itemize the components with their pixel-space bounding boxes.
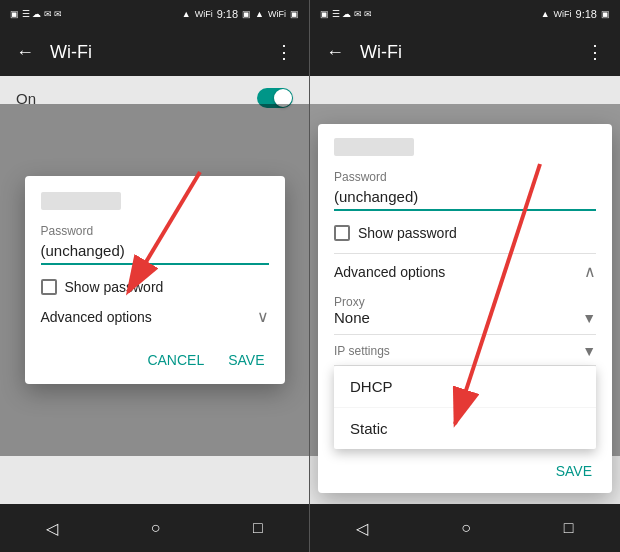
left-back-button[interactable]: ← bbox=[16, 42, 34, 63]
right-toolbar-title: Wi-Fi bbox=[360, 42, 570, 63]
right-show-password-label: Show password bbox=[358, 225, 457, 241]
left-chevron-icon: ∨ bbox=[257, 307, 269, 326]
right-back-button[interactable]: ← bbox=[326, 42, 344, 63]
right-recent-nav[interactable]: □ bbox=[564, 519, 574, 537]
wifi-icon: WiFi bbox=[195, 9, 213, 19]
right-home-nav[interactable]: ○ bbox=[461, 519, 471, 537]
right-phone-panel: ▣ ☰ ☁ ✉ ✉ ▲ WiFi 9:18 ▣ ← Wi-Fi ⋮ Passwo… bbox=[310, 0, 620, 552]
right-ip-dropdown: DHCP Static bbox=[334, 366, 596, 449]
right-more-button[interactable]: ⋮ bbox=[586, 41, 604, 63]
right-status-right: ▲ WiFi 9:18 ▣ bbox=[541, 8, 610, 20]
right-dialog-panel: Password Show password Advanced options … bbox=[310, 104, 620, 456]
left-home-nav[interactable]: ○ bbox=[151, 519, 161, 537]
right-nav-bar: ◁ ○ □ bbox=[310, 504, 620, 552]
left-advanced-label: Advanced options bbox=[41, 309, 152, 325]
right-proxy-value-row: None ▼ bbox=[334, 309, 596, 335]
right-password-label: Password bbox=[334, 170, 596, 184]
right-show-password-checkbox[interactable] bbox=[334, 225, 350, 241]
right-back-nav[interactable]: ◁ bbox=[356, 519, 368, 538]
right-show-password-row: Show password bbox=[334, 225, 596, 241]
right-ip-chevron: ▼ bbox=[582, 343, 596, 359]
left-save-button[interactable]: SAVE bbox=[224, 344, 268, 376]
right-proxy-chevron: ▼ bbox=[582, 310, 596, 326]
right-toolbar: ← Wi-Fi ⋮ bbox=[310, 28, 620, 76]
right-proxy-label: Proxy bbox=[334, 295, 596, 309]
right-advanced-label: Advanced options bbox=[334, 264, 445, 280]
signal-right: ▲ bbox=[255, 9, 264, 19]
left-time: 9:18 bbox=[217, 8, 238, 20]
right-chevron-up-icon: ∧ bbox=[584, 262, 596, 281]
right-divider1 bbox=[334, 253, 596, 254]
right-password-input[interactable] bbox=[334, 188, 596, 211]
left-cancel-button[interactable]: CANCEL bbox=[143, 344, 208, 376]
left-back-nav[interactable]: ◁ bbox=[46, 519, 58, 538]
battery-right: ▣ bbox=[290, 9, 299, 19]
left-dialog-overlay: Password Show password Advanced options … bbox=[0, 104, 309, 456]
left-advanced-row[interactable]: Advanced options ∨ bbox=[41, 307, 269, 326]
left-dialog-actions: CANCEL SAVE bbox=[41, 340, 269, 376]
left-password-input[interactable] bbox=[41, 242, 269, 265]
right-advanced-row[interactable]: Advanced options ∧ bbox=[334, 262, 596, 281]
right-proxy-value: None bbox=[334, 309, 370, 326]
right-static-option[interactable]: Static bbox=[334, 408, 596, 449]
left-show-password-row: Show password bbox=[41, 279, 269, 295]
right-dhcp-option[interactable]: DHCP bbox=[334, 366, 596, 408]
wifi-right: WiFi bbox=[268, 9, 286, 19]
right-network-name bbox=[334, 138, 414, 156]
left-toolbar: ← Wi-Fi ⋮ bbox=[0, 28, 309, 76]
left-dialog: Password Show password Advanced options … bbox=[25, 176, 285, 384]
right-status-bar: ▣ ☰ ☁ ✉ ✉ ▲ WiFi 9:18 ▣ bbox=[310, 0, 620, 28]
notification-icons: ▣ ☰ ☁ ✉ ✉ bbox=[10, 9, 62, 19]
left-more-button[interactable]: ⋮ bbox=[275, 41, 293, 63]
left-recent-nav[interactable]: □ bbox=[253, 519, 263, 537]
right-status-icons-left: ▣ ☰ ☁ ✉ ✉ bbox=[320, 9, 372, 19]
left-status-bar: ▣ ☰ ☁ ✉ ✉ ▲ WiFi 9:18 ▣ ▲ WiFi ▣ bbox=[0, 0, 309, 28]
right-ip-settings-row: IP settings ▼ bbox=[334, 343, 596, 366]
right-dialog-actions: SAVE bbox=[334, 449, 596, 493]
right-battery: ▣ bbox=[601, 9, 610, 19]
right-wifi-icon: WiFi bbox=[554, 9, 572, 19]
left-nav-bar: ◁ ○ □ bbox=[0, 504, 309, 552]
battery-left: ▣ bbox=[242, 9, 251, 19]
right-save-button[interactable]: SAVE bbox=[552, 455, 596, 487]
left-phone-panel: ▣ ☰ ☁ ✉ ✉ ▲ WiFi 9:18 ▣ ▲ WiFi ▣ ← Wi-Fi… bbox=[0, 0, 310, 552]
left-show-password-label: Show password bbox=[65, 279, 164, 295]
left-status-right: ▲ WiFi 9:18 ▣ ▲ WiFi ▣ bbox=[182, 8, 299, 20]
left-status-icons-left: ▣ ☰ ☁ ✉ ✉ bbox=[10, 9, 62, 19]
signal-icon: ▲ bbox=[182, 9, 191, 19]
right-proxy-section: Proxy None ▼ bbox=[334, 295, 596, 335]
right-time: 9:18 bbox=[576, 8, 597, 20]
right-dialog: Password Show password Advanced options … bbox=[318, 124, 612, 493]
left-password-label: Password bbox=[41, 224, 269, 238]
right-ip-label: IP settings bbox=[334, 344, 390, 358]
left-network-name bbox=[41, 192, 121, 210]
left-show-password-checkbox[interactable] bbox=[41, 279, 57, 295]
left-toolbar-title: Wi-Fi bbox=[50, 42, 259, 63]
right-notification-icons: ▣ ☰ ☁ ✉ ✉ bbox=[320, 9, 372, 19]
right-signal-icon: ▲ bbox=[541, 9, 550, 19]
